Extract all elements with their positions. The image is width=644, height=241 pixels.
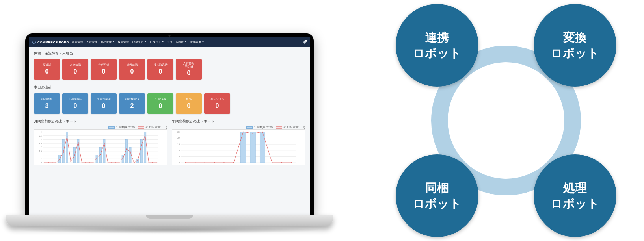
svg-text:0: 0: [179, 162, 180, 164]
tile-value: 0: [130, 68, 134, 75]
tile-value: 0: [74, 68, 77, 75]
svg-text:3.5: 3.5: [39, 135, 42, 137]
brand[interactable]: COMMERCE ROBO: [32, 41, 69, 44]
tile-today[interactable]: 出荷済み 0: [147, 93, 173, 114]
svg-point-61: [152, 162, 153, 163]
tile-value: 0: [187, 70, 191, 77]
svg-text:2: 2: [41, 146, 42, 148]
bubble-link-robot: 連携 ロボット: [396, 4, 478, 87]
svg-point-34: [52, 162, 52, 163]
svg-rect-19: [62, 139, 64, 163]
monthly-plot: 00.511.522.533.54: [34, 129, 167, 165]
tile-today[interactable]: 出荷検品済 2: [119, 93, 145, 114]
svg-point-86: [262, 132, 263, 132]
laptop-mockup: COMMERCE ROBO 出荷管理 入荷管理 商品管理 返品管理 CSV出力 …: [6, 33, 333, 234]
svg-point-62: [156, 162, 156, 163]
tile-pending[interactable]: 住所不備 0: [91, 59, 117, 80]
svg-point-41: [78, 142, 78, 143]
nav-item[interactable]: CSV出力: [132, 40, 146, 44]
svg-point-44: [89, 162, 90, 163]
tile-today[interactable]: キャンセル 0: [204, 93, 230, 114]
notification-dot: [305, 40, 307, 42]
tile-pending[interactable]: 備考確認 0: [119, 59, 145, 80]
robot-diagram: 連携 ロボット 変換 ロボット 同梱 ロボット 処理 ロボット: [384, 0, 628, 241]
svg-point-48: [104, 143, 104, 144]
bubble-process-robot: 処理 ロボット: [534, 154, 616, 237]
svg-point-38: [67, 136, 67, 137]
nav-item[interactable]: 商品管理: [101, 40, 115, 44]
svg-point-89: [291, 162, 292, 163]
tile-label: 要確認: [43, 63, 51, 67]
svg-text:10: 10: [177, 150, 180, 152]
chart-legend: 出荷数(単位:件) 売上高(単位:千円): [34, 126, 167, 129]
svg-point-81: [214, 162, 215, 163]
svg-point-60: [148, 162, 149, 163]
tile-label: 出荷済み: [155, 98, 166, 101]
tile-label: 返品: [186, 98, 192, 101]
swatch-bar-icon: [108, 126, 115, 129]
svg-text:1.5: 1.5: [39, 150, 42, 152]
nav-item[interactable]: 出荷管理: [72, 40, 83, 44]
svg-text:1: 1: [41, 154, 42, 156]
svg-rect-28: [129, 147, 131, 163]
tile-label: 出荷作業中: [97, 98, 111, 101]
svg-point-78: [185, 162, 186, 163]
svg-text:15: 15: [177, 143, 180, 145]
tile-value: 0: [216, 102, 219, 109]
svg-point-49: [108, 162, 108, 163]
tile-pending[interactable]: 入荷待ち 未引当 0: [176, 59, 202, 80]
svg-point-80: [204, 162, 205, 163]
tile-today[interactable]: 出荷待ち 3: [34, 93, 60, 114]
tile-pending[interactable]: 要確認 0: [34, 59, 60, 80]
nav-item[interactable]: 返品管理: [118, 40, 129, 44]
nav-item[interactable]: ロボット: [150, 40, 164, 44]
svg-point-87: [272, 162, 272, 163]
svg-point-42: [82, 162, 82, 163]
tile-label: 備考確認: [127, 63, 138, 67]
nav-item[interactable]: 管理者用: [190, 40, 204, 44]
tile-label: 入金確認: [70, 63, 81, 67]
svg-point-40: [74, 156, 75, 156]
svg-point-39: [70, 161, 71, 161]
nav-item[interactable]: 入荷管理: [86, 40, 97, 44]
svg-point-57: [137, 160, 138, 161]
svg-rect-76: [250, 132, 255, 163]
swatch-bar-icon: [246, 126, 253, 129]
svg-point-84: [243, 132, 244, 132]
yearly-chart: 年間出荷数と売上レポート 出荷数(単位:件) 売上高(単位:千円) 051015…: [172, 119, 305, 165]
tile-value: 0: [159, 102, 162, 109]
svg-point-32: [44, 162, 45, 163]
legend-bar: 出荷数(単位:件): [246, 126, 273, 129]
pending-row: 要確認 0 入金確認 0 住所不備 0 備考確認 0: [34, 59, 305, 80]
tile-today[interactable]: 返品 0: [176, 93, 202, 114]
svg-text:5: 5: [179, 156, 180, 158]
chart-title: 月間出荷数と売上レポート: [34, 119, 167, 124]
bubble-bundle-robot: 同梱 ロボット: [396, 154, 478, 237]
swatch-line-icon: [138, 126, 144, 129]
svg-rect-21: [73, 147, 75, 163]
svg-point-37: [63, 152, 63, 153]
svg-text:3: 3: [41, 139, 42, 141]
tile-label: 後払取込待: [154, 63, 168, 67]
tile-pending[interactable]: 入金確認 0: [62, 59, 88, 80]
tile-pending[interactable]: 後払取込待 0: [147, 59, 173, 80]
nav-item[interactable]: システム設定: [167, 40, 187, 44]
tile-value: 0: [187, 102, 191, 109]
svg-point-52: [119, 162, 119, 163]
tile-today[interactable]: 出荷作業中 0: [91, 93, 117, 114]
svg-point-88: [281, 162, 282, 163]
pending-title: 保留・確認待ち・未引当: [34, 51, 305, 56]
tile-label: 出荷準備中: [69, 98, 82, 101]
svg-point-46: [96, 158, 97, 159]
bell-icon[interactable]: [303, 40, 307, 44]
svg-rect-75: [240, 132, 246, 163]
tile-value: 0: [74, 102, 77, 109]
svg-point-55: [130, 151, 130, 152]
svg-point-35: [56, 162, 56, 163]
svg-point-53: [122, 158, 123, 159]
tile-value: 0: [159, 68, 162, 75]
svg-rect-77: [260, 132, 265, 163]
tile-today[interactable]: 出荷準備中 0: [62, 93, 88, 114]
svg-text:0: 0: [41, 162, 42, 164]
yearly-plot: 0510152025: [172, 129, 305, 165]
